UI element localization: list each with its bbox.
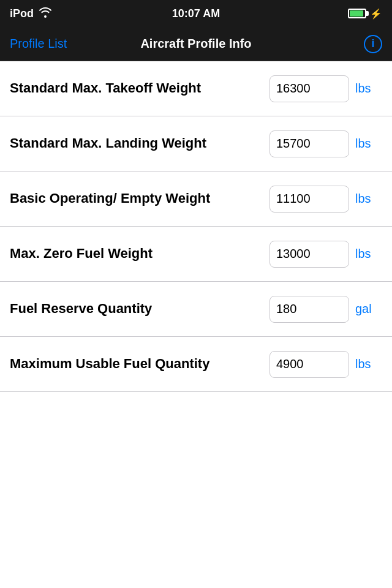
status-bar-left: iPod bbox=[10, 7, 52, 21]
status-bar-right: ⚡ bbox=[348, 8, 382, 20]
label-basic-operating-empty-weight: Basic Operating/ Empty Weight bbox=[10, 190, 270, 208]
input-basic-operating-empty-weight[interactable] bbox=[270, 186, 349, 213]
unit-standard-max-landing-weight: lbs bbox=[355, 137, 382, 151]
label-standard-max-takeoff-weight: Standard Max. Takeoff Weight bbox=[10, 80, 270, 97]
status-bar: iPod 10:07 AM ⚡ bbox=[0, 0, 392, 27]
table-row: Standard Max. Takeoff Weightlbs bbox=[0, 61, 392, 116]
unit-max-zero-fuel-weight: lbs bbox=[355, 247, 382, 261]
wifi-icon bbox=[39, 7, 52, 21]
label-standard-max-landing-weight: Standard Max. Landing Weight bbox=[10, 135, 270, 153]
input-wrap: lbs bbox=[270, 351, 382, 378]
label-max-zero-fuel-weight: Max. Zero Fuel Weight bbox=[10, 245, 270, 263]
back-button[interactable]: Profile List bbox=[10, 37, 67, 51]
label-maximum-usable-fuel-quantity: Maximum Usable Fuel Quantity bbox=[10, 355, 270, 373]
status-bar-time: 10:07 AM bbox=[172, 7, 220, 20]
input-max-zero-fuel-weight[interactable] bbox=[270, 241, 349, 268]
unit-fuel-reserve-quantity: gal bbox=[355, 302, 382, 316]
input-standard-max-landing-weight[interactable] bbox=[270, 130, 349, 157]
table-row: Basic Operating/ Empty Weightlbs bbox=[0, 172, 392, 227]
bolt-icon: ⚡ bbox=[370, 8, 382, 20]
device-label: iPod bbox=[10, 7, 34, 20]
input-standard-max-takeoff-weight[interactable] bbox=[270, 75, 349, 102]
table-row: Standard Max. Landing Weightlbs bbox=[0, 116, 392, 172]
info-button[interactable]: i bbox=[364, 35, 382, 53]
input-wrap: gal bbox=[270, 296, 382, 323]
input-fuel-reserve-quantity[interactable] bbox=[270, 296, 349, 323]
label-fuel-reserve-quantity: Fuel Reserve Quantity bbox=[10, 300, 270, 318]
table-row: Max. Zero Fuel Weightlbs bbox=[0, 227, 392, 282]
unit-maximum-usable-fuel-quantity: lbs bbox=[355, 357, 382, 371]
input-wrap: lbs bbox=[270, 75, 382, 102]
nav-bar: Profile List Aircraft Profile Info i bbox=[0, 27, 392, 61]
input-wrap: lbs bbox=[270, 241, 382, 268]
content-area: Standard Max. Takeoff WeightlbsStandard … bbox=[0, 61, 392, 588]
input-maximum-usable-fuel-quantity[interactable] bbox=[270, 351, 349, 378]
input-wrap: lbs bbox=[270, 130, 382, 157]
input-wrap: lbs bbox=[270, 186, 382, 213]
unit-standard-max-takeoff-weight: lbs bbox=[355, 81, 382, 96]
table-row: Maximum Usable Fuel Quantitylbs bbox=[0, 337, 392, 392]
nav-title: Aircraft Profile Info bbox=[140, 37, 251, 51]
battery-icon bbox=[348, 9, 366, 18]
unit-basic-operating-empty-weight: lbs bbox=[355, 192, 382, 206]
table-row: Fuel Reserve Quantitygal bbox=[0, 282, 392, 337]
